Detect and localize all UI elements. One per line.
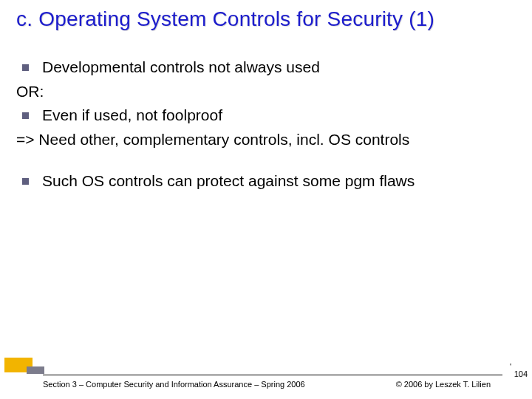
- bullet-text: Even if used, not foolproof: [42, 103, 222, 128]
- spacer: [16, 151, 516, 169]
- bullet-icon: [22, 178, 29, 185]
- bullet-icon: [22, 112, 29, 119]
- footer-divider: [43, 375, 502, 375]
- slide-title: c. Operating System Controls for Securit…: [16, 7, 517, 31]
- footer-left-text: Section 3 – Computer Security and Inform…: [43, 380, 305, 389]
- slide: c. Operating System Controls for Securit…: [0, 0, 532, 399]
- bullet-text: Developmental controls not always used: [42, 55, 320, 80]
- bullet-icon: [22, 64, 29, 71]
- page-number: 104: [514, 369, 528, 378]
- footer-right-text: © 2006 by Leszek T. Lilien: [396, 380, 491, 389]
- bullet-item-3: Such OS controls can protect against som…: [16, 169, 516, 194]
- page-apostrophe: ': [510, 362, 511, 371]
- plain-line-need: => Need other, complementary controls, i…: [16, 128, 516, 152]
- bullet-text: Such OS controls can protect against som…: [42, 169, 415, 194]
- plain-line-or: OR:: [16, 80, 516, 104]
- bullet-item-1: Developmental controls not always used: [16, 55, 516, 80]
- corner-decoration: [0, 358, 41, 374]
- bullet-item-2: Even if used, not foolproof: [16, 103, 516, 128]
- slide-body: Developmental controls not always used O…: [16, 55, 516, 194]
- deco-gray-block: [27, 366, 44, 374]
